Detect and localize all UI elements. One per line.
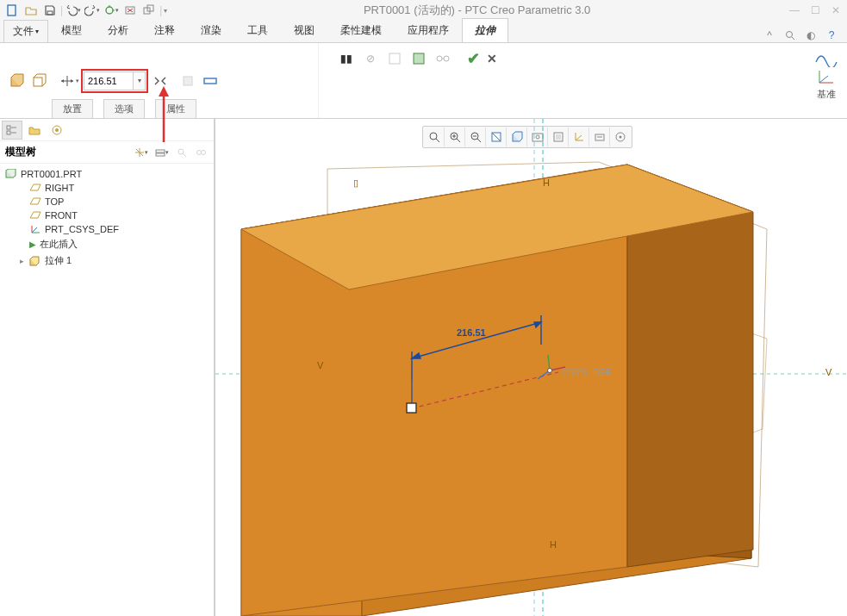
tree-tab-favorites-icon[interactable] xyxy=(47,121,67,140)
search-icon[interactable] xyxy=(783,28,797,42)
tree-item-right[interactable]: RIGHT xyxy=(5,181,209,195)
svg-rect-11 xyxy=(34,78,42,86)
collapse-ribbon-icon[interactable]: ^ xyxy=(763,28,776,42)
tree-header: 模型树 ▾ ▾ xyxy=(0,141,214,164)
svg-point-18 xyxy=(437,56,442,61)
tree-tab-model-icon[interactable] xyxy=(2,121,22,140)
plane-icon xyxy=(29,184,41,192)
svg-point-76 xyxy=(548,369,552,373)
close-window-icon[interactable] xyxy=(121,2,139,19)
tree-item-part[interactable]: PRT0001.PRT xyxy=(5,167,209,181)
tree-item-extrude-feature[interactable]: ▸ 拉伸 1 xyxy=(5,252,209,269)
expander-icon[interactable]: ▸ xyxy=(17,257,26,265)
file-menu-button[interactable]: 文件▾ xyxy=(3,20,48,42)
tab-apps[interactable]: 应用程序 xyxy=(395,18,462,42)
depth-input-highlight: ▾ xyxy=(81,69,148,93)
svg-line-9 xyxy=(792,37,794,40)
tree-filter-icon[interactable] xyxy=(174,145,190,160)
svg-rect-0 xyxy=(8,5,16,16)
tree-item-front[interactable]: FRONT xyxy=(5,208,209,222)
svg-point-35 xyxy=(197,150,202,154)
tab-model[interactable]: 模型 xyxy=(48,18,95,42)
tree-item-top[interactable]: TOP xyxy=(5,195,209,208)
ribbon-panel: ▾ ▾ 放置 选项 属性 ▮▮ ⊘ ✔ ✕ 基准 xyxy=(0,43,847,119)
tree-toolbar: ▾ ▾ xyxy=(133,145,209,160)
tab-extrude[interactable]: 拉伸 xyxy=(462,18,508,42)
tab-flexmodel[interactable]: 柔性建模 xyxy=(327,18,395,42)
tree-tab-folder-icon[interactable] xyxy=(24,121,45,140)
open-icon[interactable] xyxy=(22,2,40,19)
svg-rect-14 xyxy=(184,77,192,85)
svg-rect-26 xyxy=(7,131,10,134)
plane-icon xyxy=(29,197,41,206)
slide-properties[interactable]: 属性 xyxy=(155,99,196,118)
tree-extrude-label: 拉伸 1 xyxy=(45,254,72,267)
axis-h-bottom: H xyxy=(550,539,557,550)
csys-icon xyxy=(29,224,41,234)
3d-viewport[interactable]: 216.51 CSYS_DEF H H V V xyxy=(215,119,847,616)
datum-wave-icon[interactable] xyxy=(814,48,838,67)
svg-point-2 xyxy=(106,7,113,14)
community-icon[interactable]: ◐ xyxy=(804,28,818,42)
tree-csys-label: PRT_CSYS_DEF xyxy=(45,224,119,234)
glasses-icon[interactable] xyxy=(433,48,453,69)
depth-symmetric-icon[interactable]: ▾ xyxy=(59,71,79,91)
plane-tag: ▯ xyxy=(353,177,358,188)
dimension-label[interactable]: 216.51 xyxy=(457,327,486,338)
tree-front-label: FRONT xyxy=(45,210,78,221)
depth-value-input[interactable] xyxy=(84,72,134,90)
thicken-sketch-icon[interactable] xyxy=(200,71,221,91)
extrude-surface-icon[interactable] xyxy=(29,71,50,91)
close-icon[interactable]: ✕ xyxy=(828,3,844,18)
verify-icon[interactable] xyxy=(408,48,429,69)
datum-csys-icon[interactable] xyxy=(816,69,837,86)
tree-expand-icon[interactable] xyxy=(193,145,209,160)
tree-title: 模型树 xyxy=(5,145,36,159)
feature-extrude-icon xyxy=(29,256,41,266)
regenerate-icon[interactable]: ▾ xyxy=(103,2,120,19)
3d-canvas: 216.51 CSYS_DEF H H V V xyxy=(215,119,847,616)
tree-settings-icon[interactable]: ▾ xyxy=(133,145,150,160)
tab-annotate[interactable]: 注释 xyxy=(141,18,188,42)
tab-view[interactable]: 视图 xyxy=(281,18,327,42)
undo-icon[interactable]: ▾ xyxy=(65,2,82,19)
csys-label: CSYS_DEF xyxy=(562,367,612,377)
plane-icon xyxy=(29,211,41,220)
svg-rect-15 xyxy=(204,78,216,84)
tree-item-csys[interactable]: PRT_CSYS_DEF xyxy=(5,222,209,236)
help-icon[interactable]: ? xyxy=(825,28,838,42)
slide-options[interactable]: 选项 xyxy=(103,99,145,118)
maximize-icon[interactable]: ☐ xyxy=(807,3,823,18)
tab-analysis[interactable]: 分析 xyxy=(95,18,141,42)
pause-icon[interactable]: ▮▮ xyxy=(336,48,357,69)
windows-icon[interactable] xyxy=(140,2,158,19)
tree-insert-label: 在此插入 xyxy=(40,238,78,251)
confirm-button[interactable]: ✔ xyxy=(467,49,480,68)
no-preview-icon[interactable]: ⊘ xyxy=(360,48,381,69)
flip-direction-icon[interactable] xyxy=(150,71,171,91)
tab-tools[interactable]: 工具 xyxy=(234,18,281,42)
redo-icon[interactable]: ▾ xyxy=(84,2,101,19)
tab-render[interactable]: 渲染 xyxy=(188,18,234,42)
svg-rect-16 xyxy=(389,53,400,64)
help-icons: ^ ◐ ? xyxy=(763,28,847,42)
new-icon[interactable] xyxy=(3,2,21,19)
tree-item-insert-here[interactable]: ▶ 在此插入 xyxy=(5,236,209,252)
svg-rect-32 xyxy=(156,153,165,156)
axis-h-top: H xyxy=(543,177,550,188)
extrude-solid-icon[interactable] xyxy=(7,71,28,91)
svg-point-19 xyxy=(444,56,449,61)
remove-material-icon[interactable] xyxy=(177,71,198,91)
minimize-icon[interactable]: — xyxy=(787,3,802,18)
tree-show-icon[interactable]: ▾ xyxy=(153,145,171,160)
feature-preview-icon[interactable] xyxy=(384,48,405,69)
cancel-button[interactable]: ✕ xyxy=(487,52,497,65)
main-area: 模型树 ▾ ▾ PRT0001.PRT RIGHT TOP xyxy=(0,119,847,616)
save-icon[interactable] xyxy=(41,2,59,19)
tree-right-label: RIGHT xyxy=(45,183,74,193)
depth-dropdown-icon[interactable]: ▾ xyxy=(134,72,146,90)
svg-rect-17 xyxy=(414,53,424,64)
drag-handle[interactable] xyxy=(407,403,416,413)
slide-placement[interactable]: 放置 xyxy=(52,99,93,118)
quick-access-toolbar: | ▾ ▾ ▾ | ▾ xyxy=(3,2,167,19)
